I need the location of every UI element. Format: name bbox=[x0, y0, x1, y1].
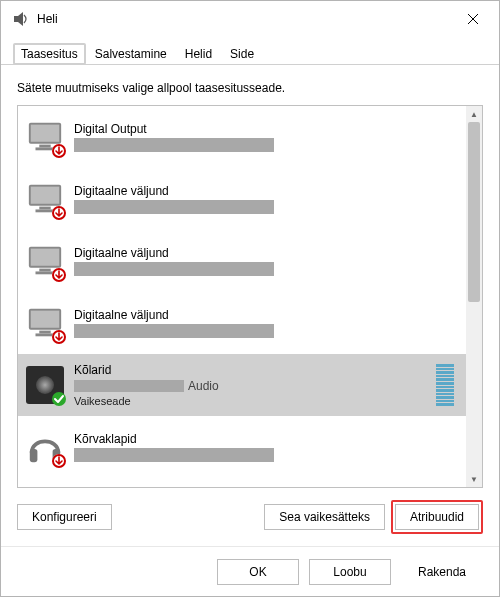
device-icon bbox=[26, 118, 64, 156]
device-row[interactable]: Kõrvaklapid bbox=[18, 416, 466, 478]
device-row[interactable]: Digitaalne väljund bbox=[18, 168, 466, 230]
device-row[interactable]: Digital Output bbox=[18, 106, 466, 168]
apply-button[interactable]: Rakenda bbox=[401, 559, 483, 585]
redacted-text bbox=[74, 380, 184, 392]
device-row[interactable]: Digitaalne väljund bbox=[18, 230, 466, 292]
device-row[interactable]: Digitaalne väljund bbox=[18, 292, 466, 354]
svg-rect-10 bbox=[31, 187, 60, 204]
svg-rect-0 bbox=[14, 16, 18, 22]
tab-salvestamine[interactable]: Salvestamine bbox=[86, 42, 176, 65]
device-name: Digitaalne väljund bbox=[74, 184, 458, 198]
device-status: Vaikeseade bbox=[74, 395, 426, 407]
status-unplugged-icon bbox=[52, 268, 66, 282]
scroll-down-icon[interactable]: ▼ bbox=[470, 471, 478, 487]
device-driver: Audio bbox=[74, 379, 426, 393]
properties-button[interactable]: Atribuudid bbox=[395, 504, 479, 530]
svg-rect-16 bbox=[39, 269, 50, 272]
sound-dialog: Heli TaasesitusSalvestamineHelidSide Sät… bbox=[0, 0, 500, 597]
device-icon bbox=[26, 366, 64, 404]
redacted-text bbox=[74, 200, 274, 214]
configure-button[interactable]: Konfigureeri bbox=[17, 504, 112, 530]
device-icon bbox=[26, 180, 64, 218]
scrollbar-thumb[interactable] bbox=[468, 122, 480, 302]
device-name: Digital Output bbox=[74, 122, 458, 136]
svg-rect-20 bbox=[31, 311, 60, 328]
close-button[interactable] bbox=[451, 3, 495, 35]
tab-taasesitus[interactable]: Taasesitus bbox=[13, 43, 86, 65]
tab-panel-playback: Sätete muutmiseks valige allpool taasesi… bbox=[1, 65, 499, 546]
device-list: Digital OutputDigitaalne väljundDigitaal… bbox=[17, 105, 483, 488]
window-title: Heli bbox=[37, 12, 451, 26]
tab-helid[interactable]: Helid bbox=[176, 42, 221, 65]
svg-marker-1 bbox=[18, 12, 23, 26]
redacted-text bbox=[74, 448, 274, 462]
redacted-text bbox=[74, 324, 274, 338]
svg-rect-15 bbox=[31, 249, 60, 266]
config-row: Konfigureeri Sea vaikesätteks Atribuudid bbox=[17, 488, 483, 538]
set-default-button[interactable]: Sea vaikesätteks bbox=[264, 504, 385, 530]
scrollbar[interactable]: ▲ ▼ bbox=[466, 106, 482, 487]
status-unplugged-icon bbox=[52, 330, 66, 344]
app-icon bbox=[13, 11, 29, 27]
device-name: Kõlarid bbox=[74, 363, 426, 377]
status-unplugged-icon bbox=[52, 144, 66, 158]
dialog-footer: OK Loobu Rakenda bbox=[1, 546, 499, 596]
svg-rect-11 bbox=[39, 207, 50, 210]
device-name: Kõrvaklapid bbox=[74, 432, 458, 446]
instruction-text: Sätete muutmiseks valige allpool taasesi… bbox=[17, 81, 483, 95]
cancel-button[interactable]: Loobu bbox=[309, 559, 391, 585]
scroll-up-icon[interactable]: ▲ bbox=[470, 106, 478, 122]
ok-button[interactable]: OK bbox=[217, 559, 299, 585]
device-name: Digitaalne väljund bbox=[74, 246, 458, 260]
svg-rect-24 bbox=[30, 449, 38, 462]
device-icon bbox=[26, 428, 64, 466]
device-row[interactable]: KõlaridAudioVaikeseade bbox=[18, 354, 466, 416]
svg-rect-5 bbox=[31, 125, 60, 142]
tab-strip: TaasesitusSalvestamineHelidSide bbox=[1, 37, 499, 65]
device-icon bbox=[26, 242, 64, 280]
tab-side[interactable]: Side bbox=[221, 42, 263, 65]
svg-rect-21 bbox=[39, 331, 50, 334]
titlebar: Heli bbox=[1, 1, 499, 37]
device-items: Digital OutputDigitaalne väljundDigitaal… bbox=[18, 106, 482, 478]
device-name: Digitaalne väljund bbox=[74, 308, 458, 322]
status-default-icon bbox=[52, 392, 66, 406]
status-unplugged-icon bbox=[52, 206, 66, 220]
svg-rect-6 bbox=[39, 145, 50, 148]
redacted-text bbox=[74, 138, 274, 152]
level-meter bbox=[436, 364, 454, 406]
redacted-text bbox=[74, 262, 274, 276]
device-icon bbox=[26, 304, 64, 342]
status-unplugged-icon bbox=[52, 454, 66, 468]
